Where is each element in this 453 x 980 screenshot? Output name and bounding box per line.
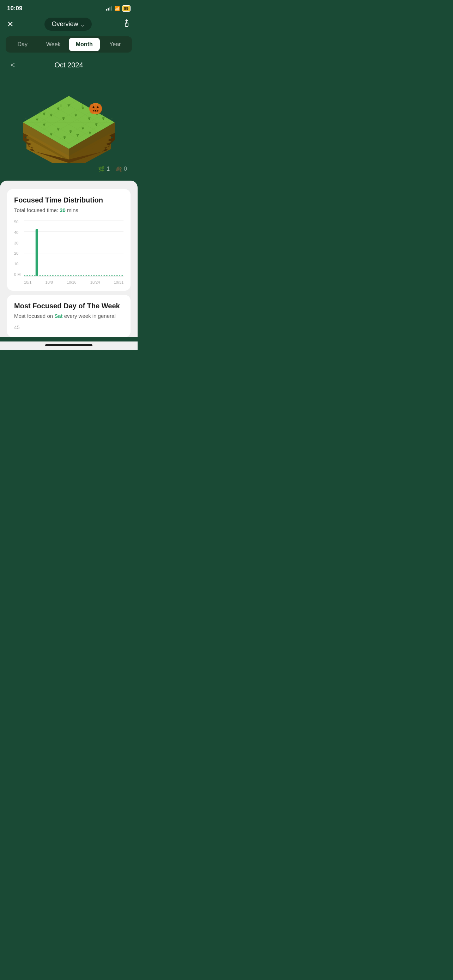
home-bar xyxy=(45,344,92,346)
chart-bars xyxy=(24,220,124,277)
grass-svg: 𝍫 ⁄ 𝍫 ⁄ 𝍫 ⁄ xyxy=(12,78,125,163)
battery-indicator: 89 xyxy=(122,5,130,12)
svg-point-93 xyxy=(89,104,95,114)
stats-row: 🌿 1 🍂 0 xyxy=(3,163,134,173)
chevron-down-icon: ⌄ xyxy=(80,22,85,27)
dead-stat: 🍂 0 xyxy=(115,166,127,172)
most-focused-card: Most Focused Day of The Week Most focuse… xyxy=(7,295,130,337)
y-axis-labels: 50 40 30 20 10 0 M xyxy=(14,220,21,277)
grown-count: 1 xyxy=(106,166,110,172)
tab-year[interactable]: Year xyxy=(100,38,131,51)
svg-text:𝍫: 𝍫 xyxy=(39,111,41,114)
prev-month-button[interactable]: < xyxy=(11,61,15,69)
focused-time-subtitle: Total focused time: 30 mins xyxy=(14,207,124,213)
month-nav: < Oct 2024 xyxy=(0,58,138,75)
time-distribution-chart: 50 40 30 20 10 0 M xyxy=(14,220,124,284)
top-nav: ✕ Overview ⌄ xyxy=(0,15,138,37)
most-focused-title: Most Focused Day of The Week xyxy=(14,302,124,310)
tab-month[interactable]: Month xyxy=(69,38,100,51)
x-label-16: 10/16 xyxy=(67,280,76,284)
signal-icon xyxy=(106,6,112,11)
x-label-8: 10/8 xyxy=(46,280,53,284)
status-bar: 10:09 📶 89 xyxy=(0,0,138,15)
y-label-20: 20 xyxy=(14,251,21,255)
status-icons: 📶 89 xyxy=(106,5,130,12)
dead-leaf-icon: 🍂 xyxy=(115,166,122,172)
focused-time-card: Focused Time Distribution Total focused … xyxy=(7,189,130,291)
x-label-31: 10/31 xyxy=(114,280,124,284)
svg-rect-102 xyxy=(36,229,38,276)
y-label-50: 50 xyxy=(14,220,21,224)
nav-title: Overview xyxy=(51,21,78,28)
svg-rect-100 xyxy=(97,110,98,111)
tab-week[interactable]: Week xyxy=(38,38,69,51)
focused-time-value: 30 xyxy=(60,207,66,213)
share-button[interactable] xyxy=(123,19,130,29)
chart-svg xyxy=(24,220,124,277)
close-button[interactable]: ✕ xyxy=(7,20,13,29)
focused-day-value: Sat xyxy=(54,313,62,319)
most-focused-subtitle: Most focused on Sat every week in genera… xyxy=(14,313,124,319)
chart-y-preview: 45 xyxy=(14,325,124,330)
x-axis-labels: 10/1 10/8 10/16 10/24 10/31 xyxy=(24,280,124,284)
focused-time-title: Focused Time Distribution xyxy=(14,196,124,204)
svg-rect-99 xyxy=(95,110,96,111)
leaf-icon: 🌿 xyxy=(98,166,105,172)
svg-point-95 xyxy=(94,104,97,113)
svg-point-94 xyxy=(96,104,102,114)
dead-count: 0 xyxy=(124,166,127,172)
wifi-icon: 📶 xyxy=(114,6,120,11)
grown-stat: 🌿 1 xyxy=(98,166,110,172)
svg-text:𝍫: 𝍫 xyxy=(60,104,63,107)
svg-rect-98 xyxy=(94,110,94,111)
y-label-40: 40 xyxy=(14,231,21,235)
period-tabs: Day Week Month Year xyxy=(6,37,132,52)
nav-title-pill[interactable]: Overview ⌄ xyxy=(45,18,91,31)
tab-day[interactable]: Day xyxy=(7,38,38,51)
chart-inner xyxy=(24,220,124,277)
y-label-0: 0 M xyxy=(14,273,21,277)
x-label-1: 10/1 xyxy=(24,280,32,284)
y-label-10: 10 xyxy=(14,262,21,266)
x-label-24: 10/24 xyxy=(90,280,100,284)
y-label-30: 30 xyxy=(14,241,21,245)
current-month-label: Oct 2024 xyxy=(54,61,83,69)
status-time: 10:09 xyxy=(7,5,22,12)
grass-area: 𝍫 ⁄ 𝍫 ⁄ 𝍫 ⁄ xyxy=(0,75,138,181)
grass-visualization: 𝍫 ⁄ 𝍫 ⁄ 𝍫 ⁄ xyxy=(12,78,125,163)
bottom-card: Focused Time Distribution Total focused … xyxy=(0,181,138,337)
home-indicator xyxy=(0,342,138,350)
